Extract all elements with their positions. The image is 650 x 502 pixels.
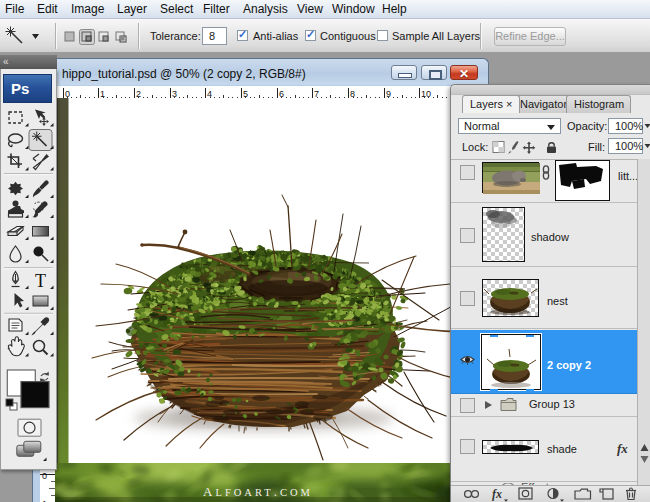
svg-text:8: 8 [350,89,355,99]
svg-text:fx: fx [492,487,502,501]
svg-text:7: 7 [314,89,319,99]
svg-text:ALFOART.COM: ALFOART.COM [203,484,313,499]
svg-text:0: 0 [42,471,47,481]
svg-text:4: 4 [207,89,212,99]
svg-text:T: T [35,271,46,291]
svg-text:1: 1 [100,89,105,99]
svg-text:10: 10 [421,89,431,99]
